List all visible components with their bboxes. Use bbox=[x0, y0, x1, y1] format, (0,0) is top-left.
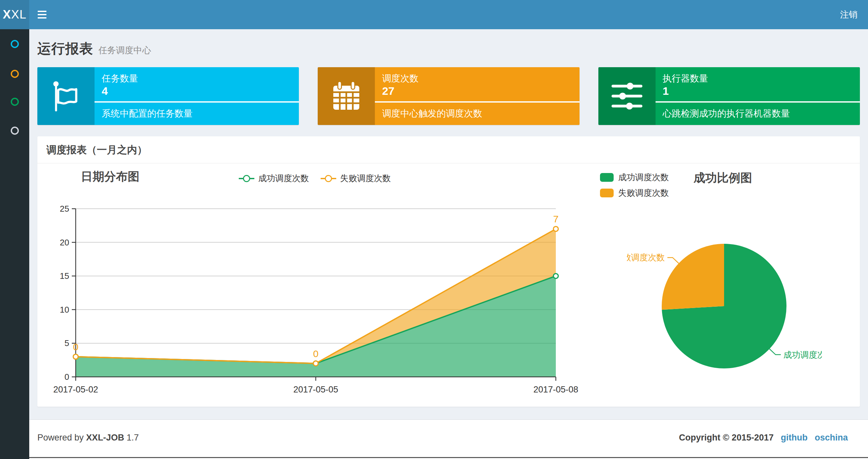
footer: Powered by XXL-JOB 1.7 Copyright © 2015-… bbox=[29, 419, 868, 459]
circle-icon bbox=[11, 40, 19, 48]
logo-text-bold: X bbox=[3, 8, 11, 22]
report-panel: 调度报表（一月之内） 日期分布图 成功调度次数 失败调度次数 051015202… bbox=[37, 136, 860, 407]
line-chart-legend: 成功调度次数 失败调度次数 bbox=[239, 173, 391, 184]
calendar-icon bbox=[318, 67, 375, 125]
top-navbar: XXL 注销 bbox=[0, 0, 868, 29]
svg-text:5: 5 bbox=[65, 338, 69, 348]
window-bottom-edge bbox=[29, 457, 868, 458]
svg-text:25: 25 bbox=[60, 204, 69, 214]
stat-title: 调度次数 bbox=[382, 72, 418, 85]
sidebar bbox=[0, 29, 29, 459]
stat-description: 系统中配置的任务数量 bbox=[102, 107, 193, 120]
flag-icon bbox=[37, 67, 95, 125]
xxl-job-dashboard: XXL 注销 运行报表任务调度中心 bbox=[0, 0, 868, 459]
footer-powered-by: Powered by XXL-JOB 1.7 bbox=[37, 433, 139, 443]
svg-text:0: 0 bbox=[73, 341, 79, 352]
app-logo[interactable]: XXL bbox=[0, 0, 29, 29]
stat-value: 27 bbox=[382, 85, 394, 97]
legend-item-success[interactable]: 成功调度次数 bbox=[600, 172, 669, 183]
divider bbox=[95, 101, 299, 103]
panel-header: 调度报表（一月之内） bbox=[37, 136, 860, 164]
circle-icon bbox=[11, 70, 19, 78]
svg-text:2017-05-08: 2017-05-08 bbox=[533, 385, 578, 394]
navbar: 注销 bbox=[29, 0, 868, 29]
page-header: 运行报表任务调度中心 bbox=[37, 40, 151, 58]
stat-card-job-count: 任务数量 4 系统中配置的任务数量 bbox=[37, 67, 299, 125]
svg-text:2017-05-05: 2017-05-05 bbox=[293, 385, 338, 394]
stat-description: 调度中心触发的调度次数 bbox=[382, 107, 482, 120]
stat-title: 任务数量 bbox=[102, 72, 138, 85]
circle-icon bbox=[11, 98, 19, 106]
sidebar-toggle-button[interactable] bbox=[29, 0, 55, 29]
circle-icon bbox=[11, 127, 19, 135]
pie-chart-title: 成功比例图 bbox=[693, 170, 752, 186]
product-version: 1.7 bbox=[127, 433, 139, 442]
stat-card-trigger-count: 调度次数 27 调度中心触发的调度次数 bbox=[318, 67, 579, 125]
svg-text:15: 15 bbox=[60, 271, 69, 281]
sidebar-item-help[interactable] bbox=[0, 119, 29, 142]
legend-item-fail[interactable]: 失败调度次数 bbox=[321, 173, 391, 184]
divider bbox=[655, 101, 860, 103]
legend-item-fail[interactable]: 失败调度次数 bbox=[600, 187, 669, 199]
page-subtitle: 任务调度中心 bbox=[98, 45, 151, 55]
svg-text:2017-05-02: 2017-05-02 bbox=[53, 385, 98, 394]
svg-text:0: 0 bbox=[313, 348, 319, 359]
oschina-link[interactable]: oschina bbox=[815, 433, 848, 443]
sidebar-item-job-log[interactable] bbox=[0, 90, 29, 113]
swatch-icon bbox=[600, 173, 614, 182]
hamburger-icon bbox=[38, 11, 46, 12]
date-distribution-area-chart: 05101520252017-05-022017-05-052017-05-08… bbox=[37, 195, 583, 396]
github-link[interactable]: github bbox=[781, 433, 808, 443]
stat-description: 心跳检测成功的执行器机器数量 bbox=[663, 107, 790, 120]
stat-value: 4 bbox=[102, 85, 108, 97]
line-marker-icon bbox=[321, 175, 336, 182]
stat-cards-row: 任务数量 4 系统中配置的任务数量 bbox=[37, 67, 860, 125]
sliders-icon bbox=[598, 67, 655, 125]
line-marker-icon bbox=[239, 175, 254, 182]
panel-title: 调度报表（一月之内） bbox=[46, 136, 147, 164]
svg-text:7: 7 bbox=[553, 214, 559, 224]
legend-item-success[interactable]: 成功调度次数 bbox=[239, 173, 309, 184]
stat-title: 执行器数量 bbox=[663, 72, 708, 85]
sidebar-item-job-manage[interactable] bbox=[0, 62, 29, 86]
success-ratio-pie-chart: 成功调度次数失败调度次数 bbox=[627, 230, 822, 386]
svg-text:0: 0 bbox=[65, 372, 69, 382]
swatch-icon bbox=[600, 189, 614, 197]
svg-text:10: 10 bbox=[60, 305, 69, 315]
footer-copyright: Copyright © 2015-2017 github oschina bbox=[679, 433, 848, 443]
logo-text: XL bbox=[11, 8, 26, 22]
svg-text:成功调度次数: 成功调度次数 bbox=[783, 350, 822, 360]
stat-card-executor-count: 执行器数量 1 心跳检测成功的执行器机器数量 bbox=[598, 67, 860, 125]
svg-text:失败调度次数: 失败调度次数 bbox=[627, 253, 664, 262]
stat-value: 1 bbox=[663, 85, 669, 97]
product-name: XXL-JOB bbox=[86, 433, 124, 442]
line-chart-title: 日期分布图 bbox=[81, 169, 140, 185]
logout-link[interactable]: 注销 bbox=[840, 0, 858, 29]
svg-text:20: 20 bbox=[60, 238, 69, 248]
pie-chart-legend: 成功调度次数 失败调度次数 bbox=[600, 172, 669, 203]
divider bbox=[375, 101, 579, 103]
sidebar-item-dashboard[interactable] bbox=[0, 32, 29, 56]
page-title: 运行报表 bbox=[37, 41, 93, 56]
